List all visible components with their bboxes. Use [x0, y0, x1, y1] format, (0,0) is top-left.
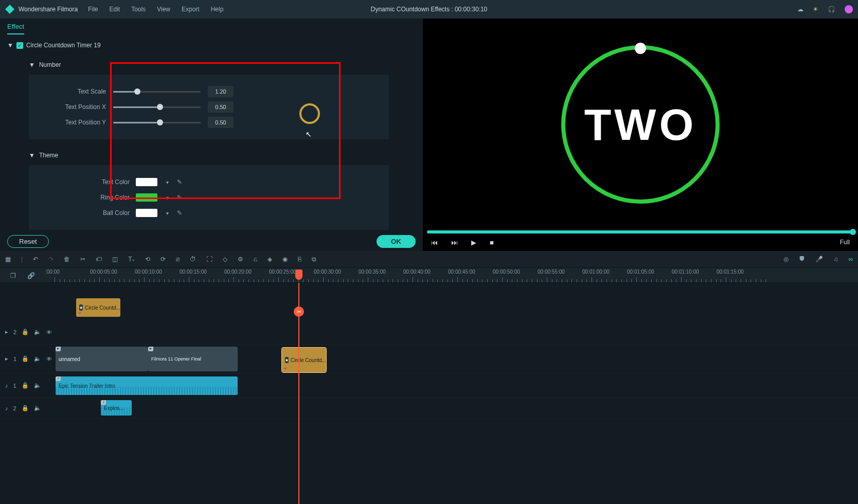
- effect-enabled-checkbox[interactable]: ✓: [16, 42, 23, 49]
- target-icon[interactable]: ◎: [783, 256, 789, 263]
- clip-audio-epic[interactable]: ♪ Epic Tension Trailer Intro: [56, 376, 238, 395]
- headphones-icon[interactable]: 🎧: [828, 6, 835, 13]
- export-icon[interactable]: ⎘: [298, 256, 301, 263]
- mouse-cursor-icon: ↖: [306, 130, 312, 138]
- crop-icon[interactable]: ◫: [112, 256, 118, 263]
- text-scale-value[interactable]: 1.20: [208, 86, 234, 97]
- audio-track-icon[interactable]: ♪: [5, 405, 8, 411]
- text-pos-x-slider[interactable]: [113, 106, 201, 108]
- ring-color-swatch[interactable]: [136, 193, 157, 202]
- timeline-ruler[interactable]: ❐ 🔗 :00:0000:00:05:0000:00:10:0000:00:15…: [0, 267, 858, 283]
- tab-effect[interactable]: Effect: [7, 23, 24, 34]
- ball-color-swatch[interactable]: [136, 209, 157, 217]
- stop-button[interactable]: ■: [490, 239, 494, 246]
- fullscreen-label[interactable]: Full: [840, 239, 850, 246]
- clip-effect-selected[interactable]: ★ Circle Countd... ♥: [282, 348, 326, 372]
- shield-icon[interactable]: ⛊: [799, 256, 805, 263]
- marker-icon[interactable]: ◈: [267, 256, 272, 263]
- screen-icon[interactable]: ⎚: [176, 256, 180, 263]
- clip-type-icon: ▸: [148, 347, 153, 351]
- chevron-down-icon[interactable]: ▾: [164, 195, 171, 201]
- ruler-tick-label: 00:00:40:00: [403, 269, 431, 275]
- menu-help[interactable]: Help: [211, 6, 224, 13]
- menu-view[interactable]: View: [157, 6, 170, 13]
- eyedropper-icon[interactable]: ✎: [177, 194, 182, 201]
- audio-levels-icon[interactable]: ⎌: [254, 256, 257, 263]
- project-title: Dynamic COuntdown Effects : 00:00:30:10: [371, 6, 488, 13]
- price-tag-icon[interactable]: ◇: [223, 256, 227, 263]
- tag-icon[interactable]: 🏷: [96, 256, 102, 263]
- prev-frame-button[interactable]: ⏮: [431, 239, 438, 246]
- preview-progress-bar[interactable]: [427, 230, 854, 233]
- speed-icon[interactable]: ⏱: [190, 256, 196, 263]
- cloud-icon[interactable]: ☁: [797, 6, 803, 13]
- audio-track-icon[interactable]: ♪: [5, 383, 8, 389]
- collapse-caret-icon[interactable]: ▼: [7, 42, 13, 49]
- collapse-caret-icon[interactable]: ▼: [29, 61, 35, 68]
- menu-file[interactable]: File: [88, 6, 98, 13]
- text-pos-y-value[interactable]: 0.50: [208, 117, 234, 128]
- clip-label: Explos...: [104, 405, 123, 411]
- focus-icon[interactable]: ⛶: [206, 256, 212, 263]
- ok-button[interactable]: OK: [377, 235, 416, 248]
- menu-export[interactable]: Export: [182, 6, 200, 13]
- section-theme-header[interactable]: ▼ Theme: [29, 149, 416, 165]
- next-frame-button[interactable]: ⏭: [451, 239, 458, 246]
- play-button[interactable]: ▶: [471, 239, 476, 246]
- lock-icon[interactable]: 🔒: [22, 355, 29, 362]
- video-track-icon[interactable]: ▸: [5, 329, 8, 335]
- video-track-icon[interactable]: ▸: [5, 355, 8, 362]
- collapse-caret-icon[interactable]: ▼: [29, 152, 35, 159]
- sun-icon[interactable]: ☀: [813, 6, 818, 13]
- mute-icon[interactable]: 🔈: [34, 405, 41, 411]
- mute-icon[interactable]: 🔈: [34, 382, 41, 389]
- text-pos-x-value[interactable]: 0.50: [208, 101, 234, 113]
- delete-icon[interactable]: 🗑: [64, 256, 70, 263]
- text-color-swatch[interactable]: [136, 178, 157, 186]
- visibility-icon[interactable]: 👁: [46, 329, 52, 335]
- chevron-down-icon[interactable]: ▾: [164, 210, 171, 216]
- reset-button[interactable]: Reset: [7, 235, 49, 248]
- menu-edit[interactable]: Edit: [110, 6, 120, 13]
- clip-audio-explosion[interactable]: ♪ Explos...: [101, 400, 132, 416]
- chevron-down-icon[interactable]: ▾: [164, 179, 171, 185]
- mic-icon[interactable]: 🎤: [815, 256, 823, 263]
- text-pos-y-slider[interactable]: [113, 122, 201, 123]
- lock-icon[interactable]: 🔒: [22, 329, 29, 335]
- lock-icon[interactable]: 🔒: [22, 405, 29, 411]
- track-number: 2: [13, 405, 16, 411]
- link-toggle-icon[interactable]: ∞: [848, 256, 853, 263]
- layout-icon[interactable]: ▦: [5, 256, 11, 263]
- undo-icon[interactable]: ↶: [33, 256, 38, 263]
- countdown-number-text: TWO: [584, 100, 697, 149]
- clip-video-opener[interactable]: ▸ Filmora 11 Opener Final: [148, 347, 238, 371]
- record-icon[interactable]: ◉: [282, 256, 288, 263]
- lock-icon[interactable]: 🔒: [22, 382, 29, 389]
- music-icon[interactable]: ♫: [833, 256, 838, 263]
- section-number-header[interactable]: ▼ Number: [29, 58, 416, 75]
- clip-video-unnamed[interactable]: ▸ unnamed: [56, 347, 148, 371]
- timeline-layers-icon[interactable]: ❐: [10, 272, 16, 279]
- settings-icon[interactable]: ⚙: [238, 256, 243, 263]
- eyedropper-icon[interactable]: ✎: [177, 178, 182, 186]
- rotate-cw-icon[interactable]: ⟳: [160, 256, 166, 263]
- user-avatar[interactable]: [845, 5, 853, 13]
- timeline-link-icon[interactable]: 🔗: [27, 272, 35, 279]
- effect-item-header[interactable]: ▼ ✓ Circle Countdown Timer 19: [7, 39, 416, 52]
- text-scale-slider[interactable]: [113, 91, 201, 93]
- track-audio-1: ♪ 1 🔒 🔈 ♪ Epic Tension Trailer Intro: [0, 373, 858, 398]
- heart-icon: ♥: [284, 366, 287, 371]
- clip-effect-top[interactable]: ★ Circle Countd... ♥: [76, 298, 120, 317]
- visibility-icon[interactable]: 👁: [46, 356, 52, 362]
- overlap-icon[interactable]: ⧉: [312, 256, 316, 263]
- menu-tools[interactable]: Tools: [131, 6, 146, 13]
- mute-icon[interactable]: 🔈: [34, 329, 41, 335]
- track-number: 1: [13, 356, 16, 362]
- redo-icon[interactable]: ↷: [48, 256, 53, 263]
- rotate-ccw-icon[interactable]: ⟲: [145, 256, 150, 263]
- text-icon[interactable]: T₊: [128, 256, 135, 263]
- cut-icon[interactable]: ✂: [80, 256, 85, 263]
- mute-icon[interactable]: 🔈: [34, 355, 41, 362]
- playhead[interactable]: ✂: [298, 283, 299, 504]
- eyedropper-icon[interactable]: ✎: [177, 209, 182, 217]
